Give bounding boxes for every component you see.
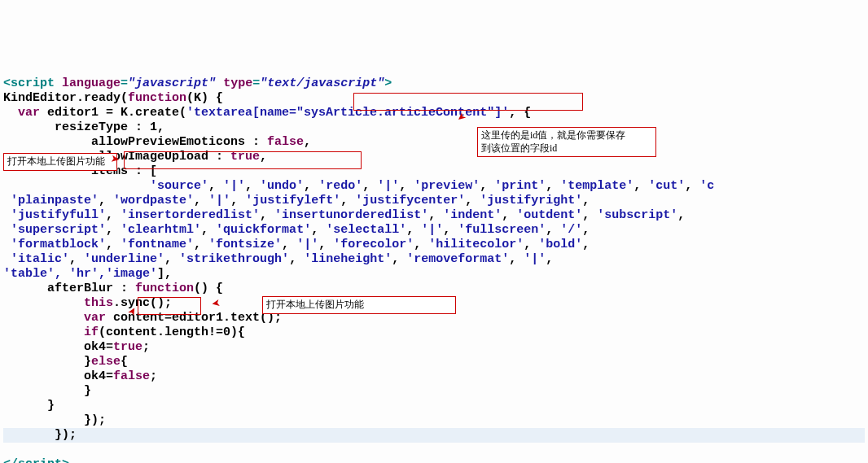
code-line: 'superscript', 'clearhtml', 'quickformat…	[3, 223, 590, 237]
code-line: 'table', 'hr','image'],	[3, 267, 172, 281]
annotation-right: 这里传的是id值，就是你需要保存 到该位置的字段id	[477, 127, 656, 157]
code-line: this.sync();	[3, 296, 172, 310]
code-line: <script language="javascript" type="text…	[3, 76, 392, 90]
arrow-icon: ➤	[210, 294, 221, 310]
code-line: }	[3, 399, 55, 413]
code-line: </script>	[3, 457, 69, 463]
code-line: 'formatblock', 'fontname', 'fontsize', '…	[3, 238, 590, 251]
code-line: if(content.length!=0){	[3, 325, 245, 339]
annotation-bottom: 打开本地上传图片功能	[262, 296, 456, 314]
code-line: 'plainpaste', 'wordpaste', '|', 'justify…	[3, 194, 590, 207]
code-line: resizeType : 1,	[3, 120, 164, 134]
code-line: 'source', '|', 'undo', 'redo', '|', 'pre…	[3, 179, 714, 193]
annotation-left: 打开本地上传图片功能	[3, 153, 117, 171]
code-line: ok4=true;	[3, 340, 150, 354]
code-line: afterBlur : function() {	[3, 282, 223, 295]
code-line: 'italic', 'underline', 'strikethrough', …	[3, 252, 553, 266]
code-line: }	[3, 384, 91, 398]
code-line: }else{	[3, 355, 128, 369]
code-line: KindEditor.ready(function(K) {	[3, 91, 223, 105]
code-line: });	[3, 413, 106, 427]
code-line: allowPreviewEmoticons : false,	[3, 135, 311, 149]
code-block: <script language="javascript" type="text…	[3, 62, 865, 463]
code-line: var editor1 = K.create('textarea[name="s…	[3, 106, 531, 120]
code-line: });	[3, 428, 865, 443]
code-line: ok4=false;	[3, 369, 157, 383]
code-line: var content=editor1.text();	[3, 311, 282, 325]
code-line: 'justifyfull', 'insertorderedlist', 'ins…	[3, 208, 685, 222]
